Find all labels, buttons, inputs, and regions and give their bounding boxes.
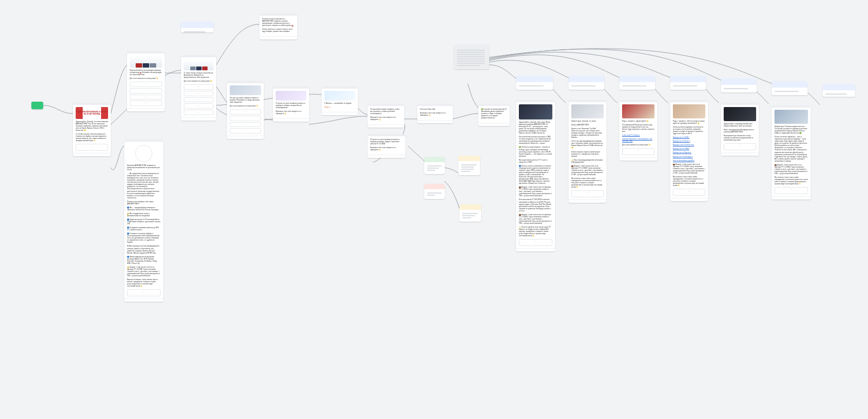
text: Рады с наимется, здравствуйте!👋 <box>622 120 655 122</box>
option-button[interactable]: … <box>230 109 261 115</box>
option-button[interactable]: … <box>130 82 162 87</box>
flow-canvas[interactable]: ПОДБЕРЕМ АВТОМОБИЛЬ И СЕРВИС НА 10 ЛЕТ В… <box>0 0 868 419</box>
option-button[interactable]: … <box>184 103 213 109</box>
text: Для этого нажмите на кнопку ниже 👇 <box>230 105 261 107</box>
option-button[interactable]: … <box>519 239 552 246</box>
option-button[interactable]: … <box>127 289 161 296</box>
node-text-block[interactable] <box>454 44 489 69</box>
text: Для этого нажмите на кнопку ниже 👇 <box>184 80 213 82</box>
text: 🔵 Имеем официальные дилерские договоры (… <box>127 256 161 264</box>
node-stub-blue-1[interactable] <box>181 22 213 32</box>
option-button[interactable]: … <box>230 116 261 121</box>
card-image <box>230 85 261 95</box>
node-header <box>424 184 445 189</box>
col5-card[interactable]: Здравствуйте, спецпредложений авто бьюбу… <box>721 103 759 156</box>
link[interactable]: у авм жалуг? Сегодня в <box>622 134 640 136</box>
node-footer <box>368 155 405 158</box>
start-node[interactable] <box>31 102 43 109</box>
photo <box>571 104 604 118</box>
node-last-step[interactable]: Осталось Лишь Шаг: Напишите текст или но… <box>417 104 453 123</box>
node-budget-text[interactable]: Отлично, вы тоже понимаете важность подб… <box>368 134 405 158</box>
text: Конюсь ARESMOTORS. <box>571 124 604 126</box>
option-button[interactable]: … <box>130 95 162 100</box>
col2-card[interactable]: Приветствую, {{name}}, на связи! Конюсь … <box>569 100 606 203</box>
link[interactable]: Бренды авт из США в <box>673 148 689 150</box>
col3-card[interactable]: Рады с наимется, здравствуйте!👋 Отв прие… <box>619 100 657 161</box>
node-budget-card[interactable]: У А/макса — автомобиль за бюджет: Тогда … <box>322 87 358 115</box>
node-condition-yellow-2[interactable] <box>459 204 481 222</box>
node-company-info[interactable]: Компания ARESMOTORS занимается импортом … <box>124 139 163 302</box>
link[interactable]: Бренды авт из Беларуси в <box>673 156 693 158</box>
link[interactable]: осмотре забалтесь: в воплощения к лак Yo… <box>622 138 652 142</box>
option-button[interactable]: … <box>571 190 604 197</box>
photo <box>673 104 705 118</box>
option-button[interactable]: … <box>76 144 108 151</box>
col4-header[interactable] <box>670 76 706 90</box>
promo-image-text: ПОДБЕРЕМ АВТОМОБИЛЬ И СЕРВИС НА 10 ЛЕТ В… <box>76 111 108 116</box>
text: Если вам имеем ОТ 200 000?оставляете авт… <box>519 198 552 211</box>
option-button[interactable]: … <box>673 189 705 196</box>
node-phone-input[interactable]: Оставьте Ваш номер телефона, чтобы мы св… <box>368 104 404 128</box>
link[interactable]: авто из автомобиля дублВ-в <box>673 159 695 162</box>
node-condition-red[interactable] <box>424 184 445 199</box>
link[interactable]: Бренды авт из Европы в <box>673 151 691 154</box>
option-button[interactable]: … <box>184 91 213 96</box>
text: 💼 Бюджет: 1 мин заказа авто на за единиц… <box>571 165 604 176</box>
node-footer <box>516 248 555 251</box>
col6-header[interactable] <box>772 81 807 95</box>
text: Тогда я… <box>324 106 355 108</box>
node-footer <box>181 117 216 121</box>
node-write-text[interactable]: Отлично, вы тоже понимаете важность подб… <box>273 87 309 122</box>
node-header <box>181 22 213 28</box>
node-condition-green[interactable] <box>424 157 445 174</box>
option-button[interactable]: … <box>184 84 213 90</box>
col4-card[interactable]: Рады с наимется, тебе всё клауент хорош … <box>670 100 708 201</box>
node-condition-yellow-1[interactable] <box>458 156 480 175</box>
node-greeting[interactable]: ПОДБЕРЕМ АВТОМОБИЛЬ И СЕРВИС НА 10 ЛЕТ В… <box>73 103 111 156</box>
node-header <box>516 76 553 82</box>
node-variant-select-1[interactable]: В данный момент мы проводим проверку и п… <box>127 51 165 111</box>
text: Напишите текст или номер на что обращает… <box>370 147 403 151</box>
option-button[interactable]: … <box>230 128 261 134</box>
col1-header[interactable] <box>516 76 553 90</box>
link[interactable]: Бренды авт из США в <box>673 136 689 138</box>
col2-header[interactable] <box>569 76 604 90</box>
text: Как личный автоэксперт выступаю в СМИ на… <box>519 136 552 144</box>
col1-card[interactable]: Здравствуйте, {{name}}, меня зовут Игорь… <box>516 100 555 251</box>
node-header <box>823 84 855 90</box>
text: Мы отвечны только лишь своём оправданием… <box>571 177 604 188</box>
link[interactable]: Бренды в авт из Казахстана <box>673 144 694 146</box>
col7-header[interactable] <box>823 84 855 97</box>
text: 💼 Бюджет: 1 мин заказа авто из единицы О… <box>519 214 552 224</box>
text: 👌 Ваш спецпредупреждение автосервис (18)… <box>571 159 604 163</box>
node-priorities[interactable]: Что для вас важно помимо стоимости машин… <box>227 81 264 139</box>
text: Здравствуйте, {{name}}, меня зовут Игорь… <box>519 121 552 134</box>
option-button[interactable]: … <box>184 110 213 115</box>
text: Почему стоит выбирать авто через ARESMOT… <box>127 201 161 205</box>
option-button[interactable]: … <box>130 88 162 94</box>
photo <box>774 110 808 124</box>
option-button[interactable]: … <box>184 97 213 103</box>
node-header <box>670 76 706 82</box>
option-button[interactable]: … <box>622 148 655 155</box>
photo <box>622 104 655 118</box>
node-phone-request[interactable]: Отлично, наши спецналисты в ARESMOTORS н… <box>259 14 297 39</box>
option-button[interactable]: … <box>130 101 162 106</box>
option-button[interactable]: … <box>230 122 261 128</box>
node-thank-you[interactable]: 🟢 Спасибо за Заявку {{name}}. В ближайши… <box>478 104 510 126</box>
node-footer <box>569 199 606 203</box>
node-footer <box>772 196 811 199</box>
card-image <box>276 91 306 101</box>
text: Отлично, наши спецналисты в ARESMOTORS н… <box>262 18 295 26</box>
option-button[interactable]: … <box>724 143 756 150</box>
text: Мы подготовили для вас 6 ТТ тысяч в обще… <box>519 159 552 163</box>
option-button[interactable]: … <box>774 187 808 194</box>
col5-header[interactable] <box>721 78 757 92</box>
text: 🔵 В среднем экономим клиентам до 30% от … <box>127 227 161 231</box>
col3-header[interactable] <box>619 76 655 90</box>
link[interactable]: Бренды авт из Китая в <box>673 140 690 142</box>
node-header <box>721 78 757 85</box>
col6-card[interactable]: Добрый день! Клаквам приветствeе вас – э… <box>772 105 811 199</box>
text: Для этого нажмите на кнопку ниже 👇 <box>130 77 162 79</box>
node-variant-select-2[interactable]: О, какие теплая позиция относительно Авт… <box>181 55 216 121</box>
